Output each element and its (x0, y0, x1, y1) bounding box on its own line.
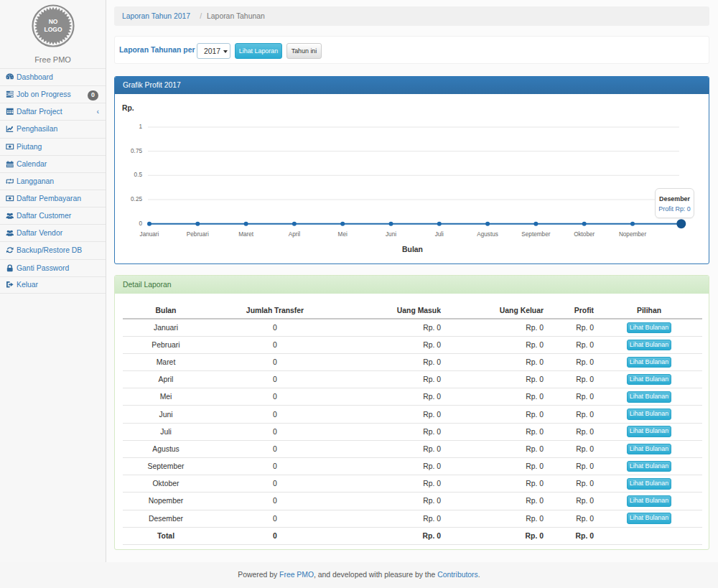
svg-text:LOGO: LOGO (44, 26, 62, 33)
svg-text:NO: NO (48, 18, 57, 25)
